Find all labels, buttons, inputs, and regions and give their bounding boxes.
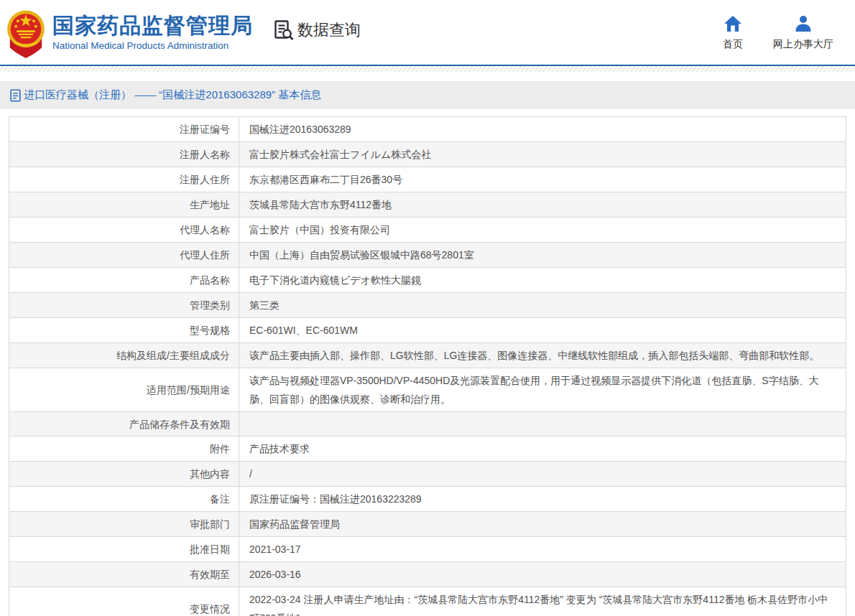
row-value: 中国（上海）自由贸易试验区银城中路68号2801室 xyxy=(239,243,846,267)
row-value: 2026-03-16 xyxy=(239,562,846,587)
brand: 国家药品监督管理局 National Medical Products Admi… xyxy=(6,6,361,58)
nav-online-hall-label: 网上办事大厅 xyxy=(773,38,833,51)
row-value: 产品技术要求 xyxy=(239,437,846,461)
table-row: 型号规格 EC-601WI、EC-601WM xyxy=(9,318,846,343)
row-value: 茨城县常陆大宫市东野4112番地 xyxy=(239,192,846,217)
row-label: 产品储存条件及有效期 xyxy=(9,412,239,436)
row-label: 注册证编号 xyxy=(9,117,239,141)
row-value xyxy=(239,412,846,436)
row-label: 批准日期 xyxy=(9,537,239,561)
page-title: 进口医疗器械（注册） —— “国械注进20163063289” 基本信息 xyxy=(24,88,321,102)
row-label: 注册人名称 xyxy=(9,142,239,167)
table-row: 附件 产品技术要求 xyxy=(9,437,846,462)
row-label: 附件 xyxy=(9,437,239,461)
row-value: / xyxy=(239,462,846,486)
row-label: 注册人住所 xyxy=(9,167,239,192)
table-row: 注册人名称 富士胶片株式会社富士フイルム株式会社 xyxy=(9,142,846,167)
table-row: 适用范围/预期用途 该产品与视频处理器VP-3500HD/VP-4450HD及光… xyxy=(9,368,846,412)
nav-home-label: 首页 xyxy=(723,38,743,51)
row-label: 结构及组成/主要组成成分 xyxy=(9,343,239,368)
table-row: 备注 原注册证编号：国械注进20163223289 xyxy=(9,487,846,512)
table-row: 有效期至 2026-03-16 xyxy=(9,562,846,587)
table-row: 产品名称 电子下消化道内窥镜ビデオ軟性大腸鏡 xyxy=(9,268,846,293)
site-title: 国家药品监督管理局 xyxy=(52,14,253,38)
document-icon xyxy=(10,89,21,102)
row-label: 型号规格 xyxy=(9,318,239,342)
national-emblem-logo xyxy=(6,6,46,58)
table-row: 审批部门 国家药品监督管理局 xyxy=(9,512,846,537)
brand-titles: 国家药品监督管理局 National Medical Products Admi… xyxy=(52,14,253,51)
row-value: 该产品主要由插入部、操作部、LG软性部、LG连接器、图像连接器、中继线软性部组成… xyxy=(239,343,846,368)
row-label: 其他内容 xyxy=(9,462,239,486)
row-value: 东京都港区西麻布二丁目26番30号 xyxy=(239,167,846,192)
data-query-section[interactable]: 数据查询 xyxy=(273,19,361,41)
row-value: 2021-03-17 xyxy=(239,537,846,561)
row-label: 产品名称 xyxy=(9,268,239,292)
table-row: 代理人名称 富士胶片（中国）投资有限公司 xyxy=(9,218,846,243)
data-query-icon xyxy=(273,19,295,41)
row-value: 2022-03-24 注册人申请生产地址由：“茨城县常陆大宫市东野4112番地”… xyxy=(239,587,846,616)
row-label: 管理类别 xyxy=(9,293,239,317)
row-label: 备注 xyxy=(9,487,239,511)
table-row: 结构及组成/主要组成成分 该产品主要由插入部、操作部、LG软性部、LG连接器、图… xyxy=(9,343,846,368)
row-value: 富士胶片（中国）投资有限公司 xyxy=(239,218,846,242)
table-row: 注册证编号 国械注进20163063289 xyxy=(9,117,846,142)
row-value: EC-601WI、EC-601WM xyxy=(239,318,846,342)
table-row: 注册人住所 东京都港区西麻布二丁目26番30号 xyxy=(9,167,846,192)
row-label: 有效期至 xyxy=(9,562,239,587)
row-label: 生产地址 xyxy=(9,192,239,217)
row-value: 电子下消化道内窥镜ビデオ軟性大腸鏡 xyxy=(239,268,846,292)
row-value: 国械注进20163063289 xyxy=(239,117,846,141)
table-row: 管理类别 第三类 xyxy=(9,293,846,318)
site-header: 国家药品监督管理局 National Medical Products Admi… xyxy=(0,0,855,65)
table-row: 其他内容 / xyxy=(9,462,846,487)
table-row: 生产地址 茨城县常陆大宫市东野4112番地 xyxy=(9,192,846,218)
table-row: 产品储存条件及有效期 xyxy=(9,412,846,437)
row-label: 适用范围/预期用途 xyxy=(9,368,239,411)
site-subtitle: National Medical Products Administration xyxy=(52,40,253,51)
row-value: 原注册证编号：国械注进20163223289 xyxy=(239,487,846,511)
row-value: 该产品与视频处理器VP-3500HD/VP-4450HD及光源装置配合使用，用于… xyxy=(239,368,846,411)
table-row: 批准日期 2021-03-17 xyxy=(9,537,846,562)
nav-online-hall[interactable]: 网上办事大厅 xyxy=(773,14,833,51)
table-row: 代理人住所 中国（上海）自由贸易试验区银城中路68号2801室 xyxy=(9,243,846,268)
home-icon xyxy=(724,14,742,33)
person-icon xyxy=(794,14,813,33)
row-value: 富士胶片株式会社富士フイルム株式会社 xyxy=(239,142,846,167)
row-value: 第三类 xyxy=(239,293,846,317)
row-label: 变更情况 xyxy=(9,587,239,616)
hatch-decoration xyxy=(0,66,855,72)
data-query-label: 数据查询 xyxy=(297,19,361,41)
row-value: 国家药品监督管理局 xyxy=(239,512,846,536)
row-label: 审批部门 xyxy=(9,512,239,536)
header-nav: 首页 网上办事大厅 xyxy=(723,14,833,51)
registration-info-table: 注册证编号 国械注进20163063289 注册人名称 富士胶片株式会社富士フイ… xyxy=(9,116,846,616)
table-row: 变更情况 2022-03-24 注册人申请生产地址由：“茨城县常陆大宫市东野41… xyxy=(9,587,846,616)
row-label: 代理人名称 xyxy=(9,218,239,242)
nav-home[interactable]: 首页 xyxy=(723,14,743,51)
breadcrumb: 进口医疗器械（注册） —— “国械注进20163063289” 基本信息 xyxy=(0,81,855,109)
row-label: 代理人住所 xyxy=(9,243,239,267)
